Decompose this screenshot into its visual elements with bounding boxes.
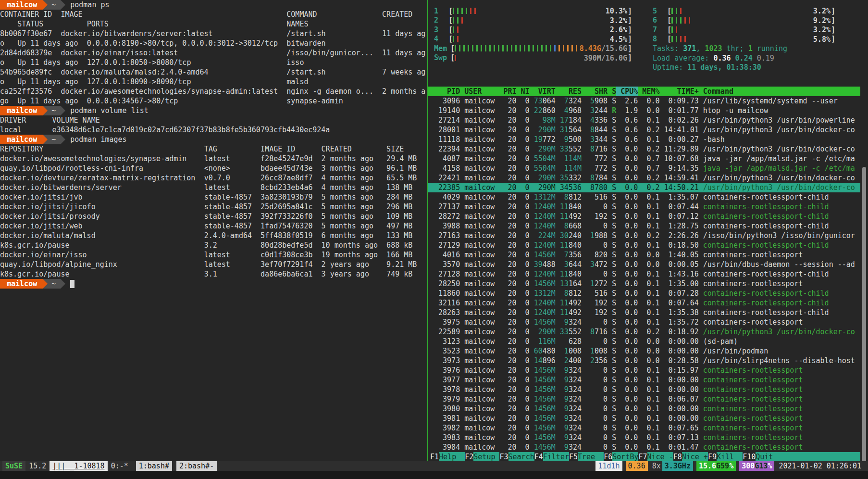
terminal-line: docker.io/jitsi/prosodystable-4857392f73… [0,212,427,221]
column-header-virt[interactable]: VIRT [530,87,556,96]
cpu-meter-label: 2 [434,15,448,25]
column-header-shr[interactable]: SHR [582,87,608,96]
process-row[interactable]: 28250mailcow2001456M131641272S0.00.11:35… [428,279,860,289]
process-row[interactable]: 22589mailcow200290M335528716S0.00.20:18.… [428,327,860,337]
fkey-f10[interactable]: F10Quit [743,452,781,461]
process-row[interactable]: 3982mailcow2001456M93240S0.00.10:07.65co… [428,423,860,433]
meter-bar-segment [550,45,551,51]
terminal-line: goUp 11 days ago0.0.0.0:34567->80/tcpsyn… [0,96,427,106]
process-row[interactable]: 3096mailcow2007306473245908S2.60.00:09.7… [428,96,860,106]
column-header-command[interactable]: Command [699,87,860,96]
fkey-number: F5 [569,452,578,461]
process-row[interactable]: 28001mailcow200290M315648844S0.60.214:41… [428,125,860,135]
meter-bar-segment [563,45,564,51]
fkey-f8[interactable]: F8Nice + [673,452,708,461]
terminal-text: IMAGE [61,10,82,19]
process-row[interactable]: 4087mailcow2005504M114M772S0.00.710:07.6… [428,154,860,164]
process-row[interactable]: 4029mailcow2001312M8812516S0.00.11:35.07… [428,192,860,202]
process-row[interactable]: 3975mailcow2001456M93240S0.00.11:35.72co… [428,317,860,327]
process-row[interactable]: 19140mailcow2002286049683244R1.90.00:01.… [428,106,860,115]
process-row[interactable]: 27137mailcow2001240M118400S0.00.10:07.44… [428,202,860,212]
terminal-text: latest [204,154,230,164]
terminal-text: go [0,96,9,106]
process-row[interactable]: 22385mailcow200290M345368780S0.00.214:50… [428,183,860,192]
cpu-meter-5: 5[3.2%] [653,6,835,16]
column-header-res[interactable]: RES [556,87,582,96]
process-row[interactable]: 3983mailcow2001456M93240S0.00.10:07.13co… [428,433,860,442]
fkey-label: Nice - [647,452,673,461]
process-row[interactable]: 28272mailcow2001240M11492192S0.00.10:07.… [428,212,860,221]
column-header-user[interactable]: USER [460,87,499,96]
terminal-pane[interactable]: mailcow~podman psCONTAINER IDIMAGECOMMAN… [0,0,427,461]
terminal-text: k8s.gcr.io/pause [0,240,70,250]
process-row[interactable]: 3981mailcow2001456M93240S0.00.10:00.00co… [428,414,860,423]
meter-bar-segment [684,36,686,42]
process-row[interactable]: 32116mailcow2001240M11492192S0.00.10:07.… [428,298,860,308]
terminal-text: CONTAINER ID [0,10,52,19]
process-row[interactable]: 3523mailcow2006048010081008S0.00.00:00.0… [428,346,860,356]
tmux-window-tab[interactable]: 1:bash# [136,461,172,471]
process-row[interactable]: 28263mailcow2001240M11492192S0.00.11:35.… [428,308,860,317]
column-header-pri[interactable]: PRI [499,87,516,96]
meter-bar-segment [676,36,677,42]
fkey-f7[interactable]: F7Nice - [638,452,673,461]
column-header-s[interactable]: S [608,87,616,96]
meter-bar-segment [472,45,473,51]
fkey-f3[interactable]: F3Search [499,452,534,461]
terminal-text: docker.io/jitsi/jicofo [0,202,96,212]
terminal-text: Up 11 days ago [17,77,78,87]
process-row[interactable]: 3979mailcow2001456M93240S0.00.10:06.07co… [428,394,860,404]
process-row[interactable]: 3988mailcow2001240M86680S0.00.11:28.75co… [428,221,860,231]
fkey-f2[interactable]: F2Setup [465,452,499,461]
process-row[interactable]: 22421mailcow200290M353328784S0.00.214:59… [428,173,860,183]
meter-bar-segment [507,45,508,51]
tmux-status-bar: SuSE15.2||| _1-108180:-*1:bash#2:bash#- … [0,461,868,471]
column-header-cpu[interactable]: CPU% [616,87,638,96]
process-row[interactable]: 4158mailcow2005504M114M772S0.00.79:14.35… [428,164,860,173]
process-row[interactable]: 27214mailcow20098M171844336S0.60.10:02.2… [428,115,860,125]
column-header-ni[interactable]: NI [517,87,530,96]
prompt-line: mailcow~podman images [0,135,427,144]
process-row[interactable]: 11118mailcow2001977295003344S0.60.10:00.… [428,135,860,144]
fkey-f9[interactable]: F9Kill [708,452,743,461]
process-row[interactable]: 3976mailcow2001456M93240S0.00.10:15.97co… [428,366,860,375]
process-row[interactable]: 3978mailcow2001456M93240S0.00.10:00.00co… [428,385,860,394]
process-row[interactable]: 22394mailcow200290M335528716S0.00.211:29… [428,144,860,154]
meter-bar-segment [676,26,677,33]
process-row[interactable]: 3123mailcow200116M6280S0.00.00:00.00(sd-… [428,337,860,346]
terminal-text: Up 11 days ago [17,38,78,48]
column-header-pid[interactable]: PID [434,87,460,96]
terminal-text: quay.io/libpod/alpine_nginx [0,260,117,269]
process-row[interactable]: 4016mailcow2001456M7356820S0.00.01:40.05… [428,250,860,260]
terminal-text: 19 months ago [322,250,378,260]
process-row[interactable]: 3570mailcow2003948836443472S0.00.00:00.0… [428,260,860,269]
fkey-f5[interactable]: F5Tree [569,452,604,461]
powerline-arrow-icon [61,135,65,144]
htop-pane[interactable]: 1[10.3%]2[3.2%]3[2.6%]4[4.5%]Mem[8.43G/1… [428,0,860,461]
column-header-mem[interactable]: MEM% [638,87,659,96]
process-row[interactable]: 3977mailcow2001456M93240S0.00.10:00.00co… [428,375,860,385]
terminal-text: STATUS [17,19,43,29]
terminal-text: docker.io/einar/isso [0,250,87,260]
terminal-text: f28e45247e9d [260,154,312,164]
scrollbar[interactable] [862,167,866,470]
text-cursor[interactable] [70,280,74,288]
column-header-time[interactable]: TIME+ [659,87,698,96]
fkey-f1[interactable]: F1Help [430,452,465,461]
tmux-window-tab[interactable]: 2:bash#- [176,461,217,471]
fkey-f4[interactable]: F4Filter [534,452,569,461]
process-row[interactable]: 27128mailcow2001240M118400S0.00.11:43.16… [428,269,860,279]
process-row[interactable]: 27163mailcow200224M302401988S0.00.22:26.… [428,231,860,240]
terminal-text: docker.io/jitsi/prosody [0,212,100,221]
process-row[interactable]: 3984mailcow2001456M93240S0.00.10:01.47co… [428,442,860,452]
fkey-f6[interactable]: F6SortBy [604,452,638,461]
process-table-header[interactable]: PIDUSERPRINIVIRTRESSHRSCPU%MEM%TIME+Comm… [428,87,860,96]
process-row[interactable]: 3973mailcow2001489624002356S0.00.00:28.5… [428,356,860,366]
command-text: podman ps [65,0,109,10]
process-row[interactable]: 3980mailcow2001456M93240S0.00.10:00.00co… [428,404,860,414]
process-row[interactable]: 11860mailcow2001312M8812516S0.00.10:07.2… [428,289,860,298]
process-row[interactable]: 27129mailcow2001240M118400S0.00.10:18.50… [428,240,860,250]
cpu-meter-bar: 2.6% [453,25,628,35]
status-segment-time: 2021-01-02 01:26:01 [774,461,861,471]
terminal-text: 688 kB [386,240,412,250]
